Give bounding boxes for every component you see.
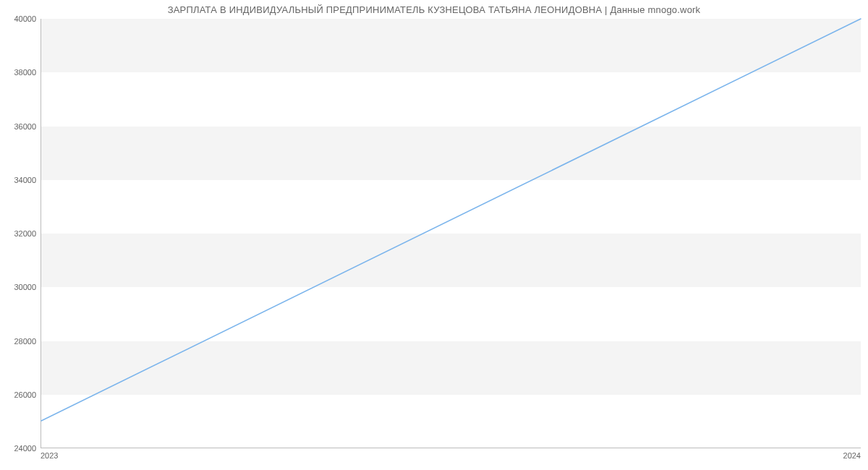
- y-tick-label: 40000: [4, 14, 36, 23]
- y-tick-label: 30000: [4, 283, 36, 291]
- x-tick-label: 2023: [41, 451, 58, 460]
- chart-container: ЗАРПЛАТА В ИНДИВИДУАЛЬНЫЙ ПРЕДПРИНИМАТЕЛ…: [0, 0, 868, 470]
- line-series: [41, 19, 861, 448]
- plot-area: [41, 19, 861, 448]
- series-line: [41, 19, 861, 421]
- y-tick-label: 26000: [4, 390, 36, 399]
- y-tick-label: 38000: [4, 68, 36, 77]
- y-tick-label: 24000: [4, 444, 36, 453]
- y-tick-label: 34000: [4, 176, 36, 184]
- chart-title: ЗАРПЛАТА В ИНДИВИДУАЛЬНЫЙ ПРЕДПРИНИМАТЕЛ…: [0, 4, 868, 15]
- x-tick-label: 2024: [843, 451, 861, 460]
- y-tick-label: 28000: [4, 337, 36, 346]
- y-tick-label: 36000: [4, 122, 36, 131]
- y-tick-label: 32000: [4, 229, 36, 238]
